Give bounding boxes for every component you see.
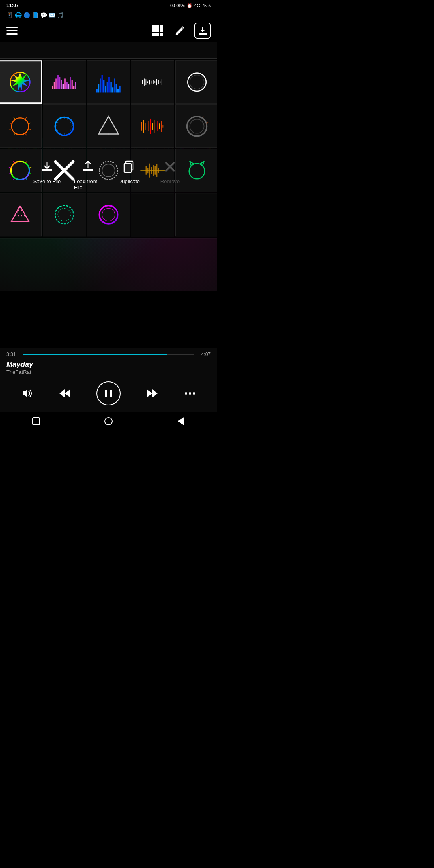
svg-rect-34 [114,78,115,92]
svg-rect-1 [156,25,159,29]
load-from-file-button[interactable]: Load from File [74,160,102,190]
svg-marker-154 [65,389,70,397]
load-from-file-label: Load from File [74,178,102,190]
svg-line-62 [10,123,12,124]
status-right: 0.00K/s ⏰ 4G 75% [170,3,211,8]
svg-rect-100 [161,121,162,132]
remove-icon [164,160,176,176]
svg-line-67 [70,121,72,123]
total-time: 4:07 [198,352,211,357]
grid-button[interactable] [149,23,166,39]
grid-cell-18[interactable] [131,193,174,236]
svg-rect-19 [68,84,70,89]
duplicate-icon [123,160,135,176]
top-toolbar [0,19,217,42]
svg-line-63 [14,117,15,119]
menu-button[interactable] [6,27,18,35]
svg-marker-164 [178,418,183,424]
volume-button[interactable] [21,387,33,399]
grid-cell-19[interactable] [175,193,217,236]
svg-rect-16 [63,84,64,89]
svg-rect-36 [117,89,119,93]
grid-cell-6[interactable] [43,104,86,148]
svg-line-55 [25,117,27,119]
grid-cell-2[interactable] [87,60,130,104]
svg-point-146 [102,208,115,221]
gmail-icon: ✉️ [49,12,55,18]
grid-cell-8[interactable] [131,104,174,148]
more-options-button[interactable] [184,391,196,395]
svg-rect-26 [100,78,101,92]
edit-button[interactable] [172,23,188,39]
svg-point-136 [17,213,18,214]
battery: 75% [202,3,211,8]
svg-rect-147 [42,169,52,171]
remove-button[interactable]: Remove [156,160,184,184]
save-to-file-button[interactable]: Save to File [33,160,61,184]
svg-line-61 [10,129,12,130]
svg-rect-27 [102,75,103,93]
svg-rect-35 [116,84,117,93]
notification-bar: 📱 🌐 🔵 📘 💬 ✉️ 🎵 [0,11,217,19]
svg-rect-48 [158,80,159,84]
svg-rect-18 [66,82,68,89]
nav-circle[interactable] [104,416,113,428]
svg-point-159 [185,392,187,395]
duplicate-button[interactable]: Duplicate [115,160,143,184]
svg-point-144 [58,208,71,221]
svg-point-141 [21,215,22,217]
svg-point-81 [113,125,114,126]
svg-point-78 [108,116,109,117]
nav-square[interactable] [31,416,41,428]
player-area: 3:31 4:07 Mayday TheFatRat [0,348,217,434]
grid-cell-17[interactable] [87,193,130,236]
svg-marker-132 [11,206,29,221]
progress-bar[interactable] [23,354,194,355]
chrome-icon: 🌐 [15,12,22,18]
grid-cell-1[interactable] [43,60,86,104]
facebook-icon: 📘 [32,12,39,18]
svg-rect-41 [146,79,147,85]
svg-rect-4 [156,29,159,32]
svg-rect-97 [156,124,156,129]
svg-rect-5 [160,29,163,32]
toolbar-right [149,23,211,39]
svg-line-57 [29,129,31,130]
svg-rect-156 [110,390,112,397]
svg-point-103 [190,119,204,133]
current-time: 3:31 [6,352,19,357]
svg-rect-15 [61,80,62,89]
player-controls [0,377,217,412]
grid-cell-7[interactable] [87,104,130,148]
grid-cell-0[interactable] [0,60,42,104]
svg-rect-0 [152,25,156,29]
grid-cell-9[interactable] [175,104,217,148]
svg-marker-158 [152,389,158,397]
whatsapp-icon: 📱 [6,12,13,18]
svg-point-161 [193,392,195,395]
svg-rect-12 [55,78,57,89]
svg-rect-29 [105,86,106,93]
svg-point-52 [190,75,204,89]
pause-button[interactable] [96,381,121,405]
svg-rect-23 [75,82,76,89]
svg-rect-6 [152,33,156,36]
track-artist: TheFatRat [6,369,211,375]
grid-cell-5[interactable] [0,104,42,148]
svg-rect-30 [107,82,108,92]
grid-cell-4[interactable] [175,60,217,104]
svg-rect-150 [124,164,131,172]
svg-rect-31 [108,77,110,92]
grid-cell-3[interactable] [131,60,174,104]
svg-rect-44 [151,81,152,84]
preset-grid [0,58,217,238]
svg-rect-91 [145,123,146,130]
grid-cell-15[interactable] [0,193,42,236]
svg-rect-99 [159,123,160,129]
fast-forward-button[interactable] [146,387,158,399]
rewind-button[interactable] [59,387,71,399]
download-button[interactable] [194,23,211,39]
grid-cell-16[interactable] [43,193,86,236]
svg-point-87 [101,129,102,130]
nav-back[interactable] [176,416,186,428]
